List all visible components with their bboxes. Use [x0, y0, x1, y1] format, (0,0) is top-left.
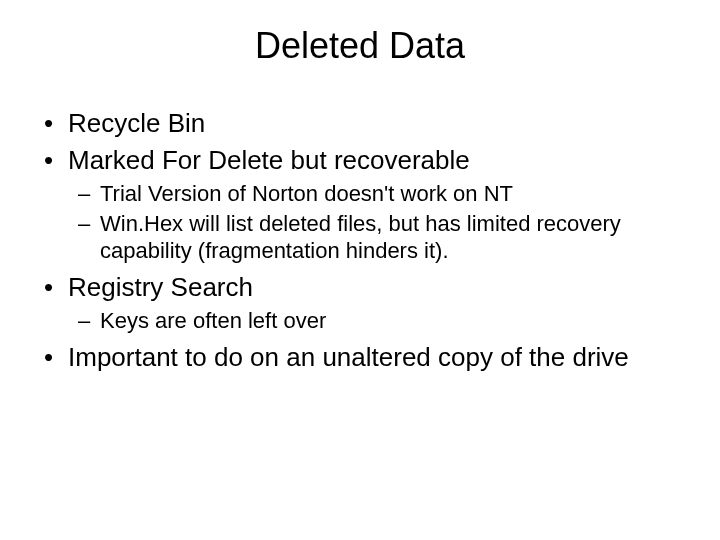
bullet-item: Marked For Delete but recoverable Trial … — [40, 144, 680, 265]
bullet-text: Registry Search — [68, 272, 253, 302]
bullet-text: Marked For Delete but recoverable — [68, 145, 470, 175]
slide-content: Recycle Bin Marked For Delete but recove… — [0, 107, 720, 373]
sub-bullet-text: Win.Hex will list deleted files, but has… — [100, 211, 621, 264]
sub-bullet-text: Keys are often left over — [100, 308, 326, 333]
bullet-text: Important to do on an unaltered copy of … — [68, 342, 629, 372]
bullet-item: Important to do on an unaltered copy of … — [40, 341, 680, 374]
bullet-list: Recycle Bin Marked For Delete but recove… — [40, 107, 680, 373]
slide-title: Deleted Data — [0, 25, 720, 67]
bullet-item: Registry Search Keys are often left over — [40, 271, 680, 335]
sub-bullet-item: Win.Hex will list deleted files, but has… — [68, 210, 680, 265]
bullet-item: Recycle Bin — [40, 107, 680, 140]
sub-bullet-list: Trial Version of Norton doesn't work on … — [68, 180, 680, 265]
sub-bullet-text: Trial Version of Norton doesn't work on … — [100, 181, 513, 206]
sub-bullet-item: Trial Version of Norton doesn't work on … — [68, 180, 680, 208]
bullet-text: Recycle Bin — [68, 108, 205, 138]
sub-bullet-item: Keys are often left over — [68, 307, 680, 335]
sub-bullet-list: Keys are often left over — [68, 307, 680, 335]
